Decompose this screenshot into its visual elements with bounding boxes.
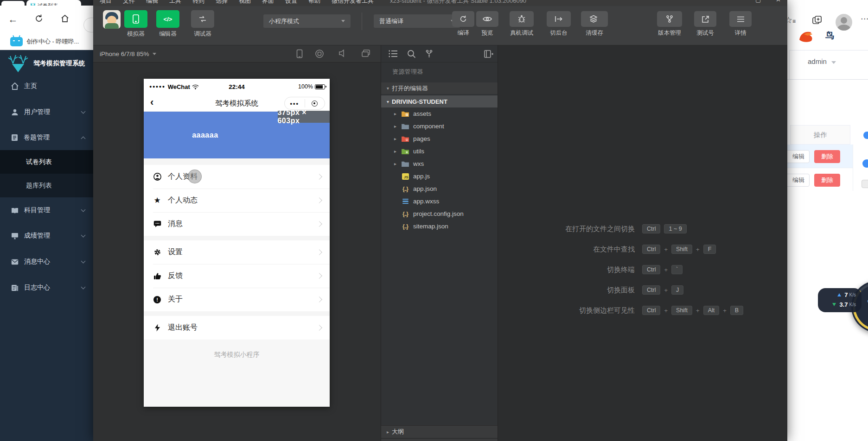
tree-item-wxs[interactable]: ▸ wxs — [381, 158, 498, 170]
tree-item-utils[interactable]: ▸ utils — [381, 145, 498, 158]
bookmark-bilibili[interactable]: 创作中心 - 哔哩哔... — [26, 38, 86, 46]
menu-item-activity[interactable]: ★ 个人动态 — [144, 189, 330, 212]
to-background-button[interactable]: 切后台 — [547, 11, 571, 37]
floating-button-partial[interactable] — [862, 159, 868, 168]
sidebar-item-papers[interactable]: 卷题管理 — [0, 125, 93, 151]
tree-item-project-config[interactable]: {..} project.config.json — [381, 208, 498, 220]
sidebar-item-label: 用户管理 — [24, 108, 50, 116]
keycap: 1 ~ 9 — [664, 224, 686, 233]
menu-goto[interactable]: 转到 — [192, 0, 204, 5]
maximize-icon[interactable]: ▢ — [755, 0, 761, 3]
menu-item-messages[interactable]: 消息 — [144, 212, 330, 236]
menu-wechat-devtools[interactable]: 微信开发者工具 — [332, 0, 374, 5]
bookmarks-bar: 创作中心 - 哔哩哔... — [0, 33, 93, 50]
outline-section[interactable]: ▸ 大纲 — [381, 425, 498, 438]
close-miniprogram-icon[interactable] — [305, 101, 325, 107]
sidebar-logo: 驾考模拟管理系统 — [0, 52, 93, 75]
download-speed: 3.7 K/s — [818, 301, 862, 308]
tree-item-pages[interactable]: ▸ pages — [381, 132, 498, 145]
floating-button-partial[interactable] — [863, 132, 868, 139]
chevron-right-icon — [316, 249, 322, 255]
sidebar-item-home[interactable]: 主页 — [0, 73, 93, 99]
menu-item-settings[interactable]: 设置 — [144, 240, 330, 264]
menu-item-feedback[interactable]: 反馈 — [144, 264, 330, 288]
tree-item-app-json[interactable]: {..} app.json — [381, 183, 498, 195]
tree-item-assets[interactable]: ▸ assets — [381, 107, 498, 120]
file-list-icon[interactable] — [389, 50, 398, 58]
device-selector[interactable]: iPhone 6/7/8 85% — [100, 50, 156, 57]
version-manage-button[interactable]: 版本管理 — [657, 11, 682, 37]
menu-edit[interactable]: 编辑 — [146, 0, 158, 5]
project-root[interactable]: ▾ DRIVING-STUDENT — [381, 95, 498, 107]
mode-dropdown[interactable]: 小程序模式 — [263, 14, 351, 28]
test-account-button[interactable]: 测试号 — [694, 11, 716, 37]
add-tab-group-icon[interactable] — [811, 15, 823, 28]
add-panel-icon[interactable] — [484, 50, 493, 58]
tree-item-sitemap[interactable]: {..} sitemap.json — [381, 220, 498, 233]
sound-icon[interactable] — [338, 49, 347, 57]
sidebar-item-subjects[interactable]: 科目管理 — [0, 197, 93, 223]
menu-item-logout[interactable]: 退出账号 — [144, 316, 330, 340]
js-file-icon: JS — [402, 173, 409, 180]
more-icon[interactable]: ••• — [285, 100, 305, 107]
info-icon: ! — [153, 296, 161, 303]
menu-view[interactable]: 视图 — [239, 0, 251, 5]
search-icon[interactable] — [407, 50, 416, 58]
sidebar-item-users[interactable]: 用户管理 — [0, 99, 93, 125]
user-icon — [11, 108, 19, 116]
sidebar-item-logs[interactable]: 日志中心 — [0, 275, 93, 301]
menu-help[interactable]: 帮助 — [308, 0, 320, 5]
more-menu-icon[interactable]: ⋯ — [861, 14, 868, 24]
sidebar-item-question-bank[interactable]: 题库列表 — [0, 174, 93, 197]
menu-project[interactable]: 项目 — [100, 0, 112, 5]
browser-profile-avatar[interactable] — [836, 14, 852, 31]
details-button[interactable]: 详情 — [729, 11, 752, 37]
menu-interface[interactable]: 界面 — [262, 0, 274, 5]
menu-file[interactable]: 文件 — [123, 0, 135, 5]
npm-git-icon[interactable] — [426, 50, 433, 58]
home-icon[interactable] — [52, 14, 78, 25]
menu-item-profile[interactable]: 个人资料 — [144, 165, 330, 189]
bird-extension-icon[interactable] — [798, 29, 816, 44]
delete-button[interactable]: 删除 — [814, 174, 840, 187]
tree-item-app-wxss[interactable]: app.wxss — [381, 195, 498, 208]
keycap: Shift — [671, 306, 692, 315]
remote-debug-button[interactable]: 真机调试 — [510, 11, 534, 37]
menu-settings[interactable]: 设置 — [285, 0, 297, 5]
browser-tab[interactable]: 试卷列表 — [26, 0, 81, 6]
multi-window-icon[interactable] — [361, 49, 370, 57]
menu-tools[interactable]: 工具 — [169, 0, 181, 5]
preview-button[interactable]: 预览 — [476, 11, 498, 37]
network-speed-overlay[interactable]: 7 K/s 3.7 K/s — [818, 288, 862, 312]
compile-mode-dropdown[interactable]: 普通编译 — [374, 14, 460, 28]
divider — [362, 13, 362, 30]
bird-char-extension-icon[interactable]: 鸟 — [825, 30, 834, 42]
clear-cache-button[interactable]: 清缓存 — [581, 11, 608, 37]
code-icon: </> — [156, 10, 179, 28]
tab-pill[interactable] — [1, 1, 25, 6]
menu-select[interactable]: 选择 — [216, 0, 228, 5]
compile-button[interactable]: 编译 — [452, 11, 474, 37]
table-row: 编辑 删除 — [787, 145, 853, 168]
close-icon[interactable]: ✕ — [776, 0, 781, 3]
debugger-toggle[interactable]: 调试器 — [191, 10, 214, 38]
user-avatar[interactable] — [103, 10, 121, 29]
editor-toggle[interactable]: </> 编辑器 — [156, 10, 179, 38]
tree-item-component[interactable]: ▸ component — [381, 120, 498, 132]
sidebar-item-messages[interactable]: 消息中心 — [0, 249, 93, 275]
account-dropdown[interactable]: admin — [808, 57, 836, 65]
bilibili-icon[interactable] — [10, 37, 23, 46]
menu-item-about[interactable]: ! 关于 — [144, 288, 330, 311]
delete-button[interactable]: 删除 — [814, 150, 840, 163]
rotate-device-icon[interactable] — [296, 49, 303, 58]
sidebar-item-paper-list[interactable]: 试卷列表 — [0, 150, 93, 174]
simulator-toggle[interactable]: 模拟器 — [124, 10, 147, 38]
back-icon[interactable]: ← — [0, 14, 26, 25]
open-editors-section[interactable]: ▾ 打开的编辑器 — [381, 82, 498, 94]
tree-item-app-js[interactable]: JS app.js — [381, 170, 498, 183]
record-icon[interactable] — [315, 49, 324, 58]
sidebar-item-scores[interactable]: 成绩管理 — [0, 223, 93, 249]
floating-button-partial[interactable] — [862, 180, 868, 188]
refresh-icon[interactable] — [26, 14, 52, 25]
account-name: admin — [808, 57, 827, 65]
